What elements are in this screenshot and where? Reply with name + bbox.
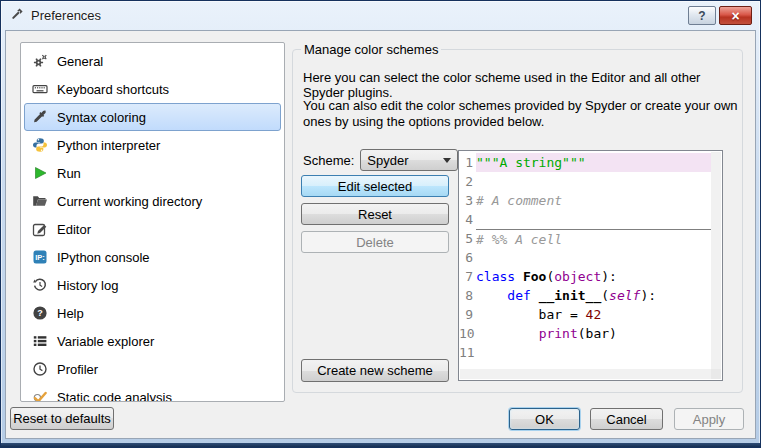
code-line: 9 bar = 42 [459, 305, 711, 324]
edit-selected-button[interactable]: Edit selected [301, 175, 449, 197]
sidebar-item-label: Editor [57, 222, 91, 237]
code-line: 2 [459, 172, 711, 191]
code-line: 4 [459, 210, 711, 229]
help-icon: ? [31, 305, 49, 321]
svg-text:IP:: IP: [35, 253, 45, 262]
sidebar-item-run[interactable]: Run [24, 159, 281, 187]
code-text: # %% A cell [476, 229, 711, 248]
code-text [476, 248, 711, 267]
scheme-selected-value: Spyder [367, 153, 443, 168]
code-text: bar = 42 [476, 305, 711, 324]
line-number: 9 [459, 305, 476, 324]
manage-color-schemes-group: Manage color schemes Here you can select… [292, 49, 743, 393]
create-new-scheme-button[interactable]: Create new scheme [301, 359, 449, 382]
dialog-content: General Keyboard shortcuts Syntax colori… [5, 30, 756, 439]
help-titlebar-button[interactable]: ? [688, 6, 716, 25]
reset-scheme-button[interactable]: Reset [301, 203, 449, 225]
scheme-select[interactable]: Spyder [360, 149, 458, 171]
sidebar-item-python-interpreter[interactable]: Python interpreter [24, 131, 281, 159]
code-text: class Foo(object): [476, 267, 711, 286]
apply-button[interactable]: Apply [674, 408, 744, 430]
code-line: 11 [459, 343, 711, 362]
ok-button[interactable]: OK [509, 408, 580, 430]
code-text [476, 172, 711, 191]
sidebar-item-variable-explorer[interactable]: Variable explorer [24, 327, 281, 355]
vertical-scrollbar[interactable] [711, 152, 721, 369]
sidebar-item-label: Python interpreter [57, 138, 160, 153]
line-number: 6 [459, 248, 476, 267]
code-preview: 1"""A string"""23# A comment45# %% A cel… [459, 153, 711, 369]
sidebar-item-ipython-console[interactable]: IP: IPython console [24, 243, 281, 271]
cancel-button[interactable]: Cancel [590, 408, 663, 430]
horizontal-scrollbar[interactable] [460, 369, 711, 379]
sidebar-item-label: Syntax coloring [57, 110, 146, 125]
group-title: Manage color schemes [301, 42, 441, 57]
titlebar[interactable]: Preferences ? × [1, 1, 760, 30]
sidebar-item-label: Variable explorer [57, 334, 154, 349]
clock-icon [31, 361, 49, 377]
sidebar-item-label: General [57, 54, 103, 69]
sidebar-item-label: IPython console [57, 250, 150, 265]
sidebar-item-label: Keyboard shortcuts [57, 82, 169, 97]
wrench-icon [9, 7, 24, 25]
sidebar-item-syntax-coloring[interactable]: Syntax coloring [24, 103, 281, 131]
sidebar-item-label: Current working directory [57, 194, 202, 209]
code-text [476, 210, 711, 229]
edit-pencil-icon [31, 221, 49, 237]
sidebar-item-history-log[interactable]: History log [24, 271, 281, 299]
code-line: 10 print(bar) [459, 324, 711, 343]
keyboard-icon [31, 81, 49, 97]
code-text: def __init__(self): [476, 286, 711, 305]
python-icon [31, 137, 49, 153]
code-text [476, 343, 711, 362]
line-number: 1 [459, 153, 476, 172]
gears-icon [31, 53, 49, 69]
close-button[interactable]: × [719, 6, 752, 25]
folder-icon [31, 193, 49, 209]
line-number: 4 [459, 210, 476, 229]
sidebar-item-profiler[interactable]: Profiler [24, 355, 281, 383]
code-line: 3# A comment [459, 191, 711, 210]
sidebar-item-keyboard-shortcuts[interactable]: Keyboard shortcuts [24, 75, 281, 103]
eyedropper-icon [31, 109, 49, 125]
sidebar-item-label: Help [57, 306, 84, 321]
code-line: 1"""A string""" [459, 153, 711, 172]
sidebar-list: General Keyboard shortcuts Syntax colori… [20, 42, 285, 402]
reset-to-defaults-button[interactable]: Reset to defaults [10, 407, 114, 430]
ipython-icon: IP: [31, 249, 49, 265]
code-line: 7class Foo(object): [459, 267, 711, 286]
code-line: 5# %% A cell [459, 229, 711, 248]
scheme-preview-pane: 1"""A string"""23# A comment45# %% A cel… [458, 150, 723, 381]
line-number: 10 [459, 324, 476, 343]
sidebar-item-current-working-directory[interactable]: Current working directory [24, 187, 281, 215]
code-line: 6 [459, 248, 711, 267]
preferences-dialog: Preferences ? × General Keyboard shortcu… [0, 0, 761, 448]
check-icon [31, 389, 49, 402]
delete-scheme-button[interactable]: Delete [301, 231, 449, 253]
variable-list-icon [31, 333, 49, 349]
scheme-description-1: Here you can select the color scheme use… [303, 70, 739, 100]
sidebar-item-general[interactable]: General [24, 47, 281, 75]
window-title: Preferences [31, 8, 101, 23]
line-number: 8 [459, 286, 476, 305]
sidebar-item-static-code-analysis[interactable]: Static code analysis [24, 383, 281, 402]
sidebar-item-label: History log [57, 278, 118, 293]
line-number: 11 [459, 343, 476, 362]
history-icon [31, 277, 49, 293]
sidebar-item-editor[interactable]: Editor [24, 215, 281, 243]
svg-text:?: ? [37, 308, 43, 318]
scheme-description-2: You can also edit the color schemes prov… [303, 98, 739, 130]
line-number: 7 [459, 267, 476, 286]
scrollbar-corner [711, 369, 721, 379]
run-icon [31, 165, 49, 181]
line-number: 2 [459, 172, 476, 191]
code-text: # A comment [476, 191, 711, 210]
chevron-down-icon [443, 158, 451, 163]
sidebar-item-label: Run [57, 166, 81, 181]
code-line: 8 def __init__(self): [459, 286, 711, 305]
sidebar-item-label: Profiler [57, 362, 98, 377]
scheme-label: Scheme: [303, 153, 354, 168]
line-number: 3 [459, 191, 476, 210]
sidebar-item-help[interactable]: ? Help [24, 299, 281, 327]
line-number: 5 [459, 229, 476, 248]
